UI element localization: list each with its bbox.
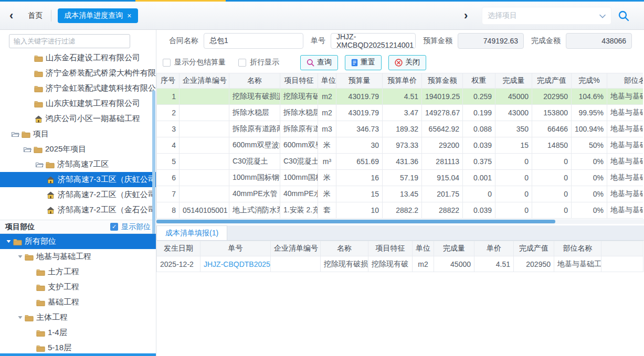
tab-close-icon[interactable]: ×	[127, 12, 131, 20]
tab-cost-list-fill[interactable]: 成本清单填报(1)	[156, 225, 227, 240]
cell: m2	[318, 89, 336, 105]
button-查询[interactable]: 查询	[300, 55, 338, 70]
tree-item[interactable]: 济邹高速7-2工区（金石公司）	[0, 202, 156, 218]
show-parts-checkbox[interactable]: ✓	[110, 223, 118, 231]
tree-item[interactable]: 鸿庆公司小区一期基础工程	[0, 111, 156, 126]
bottom-tab-strip: 成本清单填报(1)	[156, 225, 644, 241]
table-row[interactable]: 2拆除水稳层拆除水稳层m243019.793.47149278.670.1994…	[157, 105, 643, 121]
tree-item[interactable]: 山东金石建设工程有限公司	[0, 50, 156, 66]
cell: 281113	[422, 154, 463, 170]
column-header	[601, 241, 643, 256]
tree-item[interactable]: 1-4层	[0, 325, 156, 340]
sidebar-horizontal-scrollbar[interactable]	[0, 353, 156, 356]
table-row[interactable]: 6100mm国标钢管100mm国标米1657.19915.040.001000%…	[157, 170, 643, 186]
tree-item[interactable]: 基础工程	[0, 295, 156, 310]
back-chevron-icon[interactable]: ‹	[9, 10, 13, 21]
button-label: 重置	[361, 58, 375, 67]
cell: 4	[157, 137, 180, 154]
cell: 915.04	[422, 170, 463, 186]
tree-item[interactable]: 济宁金桥装配式桥梁大构件有限公司	[0, 66, 156, 81]
document-number-link[interactable]: JHJZ-CBQDTB202512	[204, 260, 271, 268]
tree-item[interactable]: 济邹高速7工区	[0, 157, 156, 172]
caret-down-icon[interactable]	[4, 240, 13, 243]
tree-item-label: 济宁金桥装配式桥梁大构件有限公司	[46, 68, 156, 78]
search-icon[interactable]	[617, 9, 630, 24]
cell: 地基与基础	[607, 154, 643, 170]
field-value-input[interactable]: 总包1	[204, 33, 303, 49]
cell: 0.259	[463, 89, 495, 105]
tree-item[interactable]: 山东庆虹建筑工程有限公司	[0, 96, 156, 111]
cell: 0	[532, 202, 572, 219]
tree-item[interactable]: 主体工程	[0, 310, 156, 325]
expander-icon[interactable]	[22, 146, 33, 153]
column-header: 企业清单编号	[180, 73, 229, 89]
button-label: 关闭	[405, 58, 420, 67]
cell	[271, 256, 321, 272]
org-project-tree: 山东金石建设工程有限公司济宁金桥装配式桥梁大构件有限公司济宁金虹装配式建筑科技有…	[0, 50, 156, 218]
checkbox-label: 折行显示	[250, 58, 279, 67]
tree-item[interactable]: 所有部位	[0, 234, 156, 249]
tree-filter-input[interactable]	[9, 34, 130, 48]
cell: 1.安装 2.充	[280, 202, 318, 219]
folder-icon	[36, 329, 46, 337]
tree-item-label: 济邹高速7工区	[57, 159, 109, 169]
folder-icon	[34, 70, 44, 77]
column-header: 完成%	[572, 73, 607, 89]
folder-icon	[33, 146, 43, 153]
tree-item[interactable]: 济邹高速7-2工区（庆虹公司）	[0, 187, 156, 202]
tree-item[interactable]: 2025年项目	[0, 142, 156, 157]
tree-item[interactable]: 支护工程	[0, 279, 156, 295]
tree-item[interactable]: 济宁金虹装配式建筑科技有限公司	[0, 81, 156, 96]
tree-item[interactable]: 地基与基础工程	[0, 249, 156, 264]
tree-item[interactable]: 济邹高速7-3工区（庆虹公司）	[0, 172, 156, 187]
button-重置[interactable]: 重置	[345, 55, 382, 70]
project-select[interactable]: 选择项目	[482, 7, 611, 24]
cell: 6	[157, 170, 180, 186]
caret-down-icon[interactable]	[16, 316, 24, 319]
field-value-readonly[interactable]: 438066	[566, 33, 632, 49]
folder-icon	[24, 253, 34, 261]
table-row[interactable]: 805140105001地上式消防水泵1.安装 2.充套102882.22882…	[157, 202, 643, 219]
cell: C30混凝土	[229, 154, 280, 170]
tree-item[interactable]: 项目	[0, 126, 156, 142]
caret-down-icon[interactable]	[16, 255, 24, 258]
cell: m2	[318, 105, 336, 121]
table-row[interactable]: 4600mm双壁波纹600mm双壁米30973.33292000.0391514…	[157, 137, 643, 154]
tab-home[interactable]: 首页	[28, 11, 43, 20]
table-hscroll-track[interactable]	[156, 219, 644, 224]
expander-icon[interactable]	[34, 161, 45, 168]
cell	[180, 89, 229, 105]
tree-item[interactable]: 土方工程	[0, 264, 156, 279]
column-header: 部位名称	[554, 241, 601, 256]
tree-item-label: 山东金石建设工程有限公司	[46, 53, 140, 63]
sidebar-vertical-scrollbar[interactable]	[152, 90, 155, 236]
column-header: 序号	[157, 73, 180, 89]
checkbox-unchecked[interactable]	[163, 59, 171, 67]
field-value-input[interactable]: JHJZ-XMCBQD20251214001	[331, 33, 416, 49]
field-value-readonly[interactable]: 749192.63	[458, 33, 524, 49]
parts-section-title: 项目部位	[5, 222, 110, 232]
cell: 43019.79	[336, 89, 383, 105]
cell: 地基与基础	[607, 137, 643, 154]
cell: 0	[495, 170, 532, 186]
table-row[interactable]: 2025-12-2JHJZ-CBQDTB202512挖除现有破损沥挖除现有破m2…	[157, 256, 643, 272]
main-table-wrap: 序号企业清单编号名称项目特征单位预算量预算单价预算金额权重完成量完成产值完成%部…	[156, 73, 643, 219]
tab-cost-list-progress[interactable]: 成本清单进度查询 ×	[58, 8, 138, 23]
checkbox-unchecked[interactable]	[238, 59, 246, 67]
expander-icon[interactable]	[9, 131, 21, 137]
cell: C30混凝土	[280, 154, 318, 170]
table-row[interactable]: 3拆除原有道路两拆除原有道m3346.73189.3265642.920.088…	[157, 121, 643, 137]
column-header: 预算量	[336, 73, 383, 89]
table-row[interactable]: 5C30混凝土C30混凝土m³651.69431.362811130.37500…	[157, 154, 643, 170]
tree-item-label: 项目	[33, 129, 49, 139]
forward-chevron-icon[interactable]: ›	[464, 10, 468, 21]
project-select-placeholder: 选择项目	[488, 11, 599, 20]
cell: 0.039	[463, 137, 495, 154]
button-关闭[interactable]: 关闭	[388, 55, 426, 70]
cell: 0.039	[463, 202, 495, 219]
table-row[interactable]: 740mmPE水管40mmPE水米1513.45201.750000%地基与基础	[157, 186, 643, 202]
table-row[interactable]: 1挖除现有破损沥挖除现有破m243019.794.51194019.250.25…	[157, 89, 643, 105]
tree-item-label: 鸿庆公司小区一期基础工程	[46, 114, 140, 124]
table-hscroll-thumb[interactable]	[156, 220, 555, 223]
checkbox-label: 显示分包结算量	[174, 58, 226, 67]
